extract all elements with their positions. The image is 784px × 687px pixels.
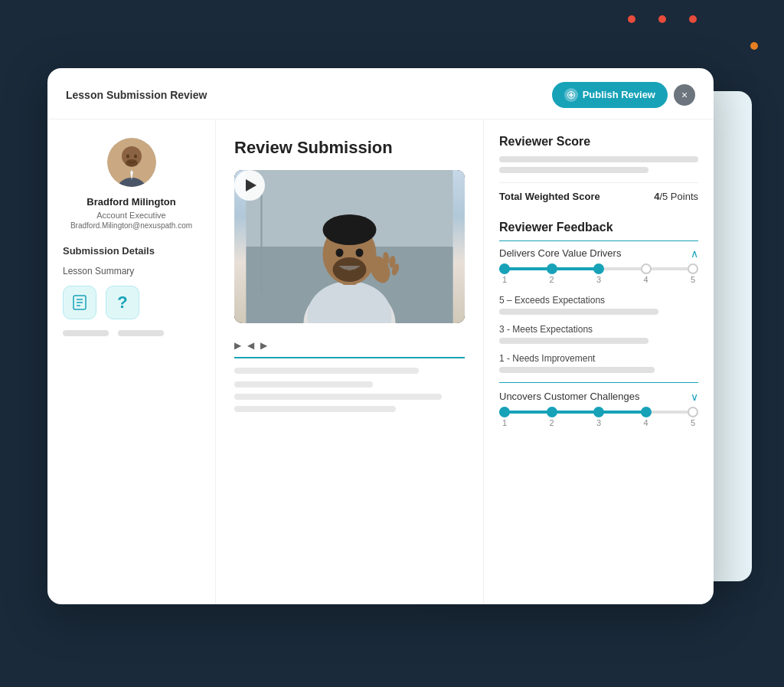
slider2-dot-5: [688, 407, 698, 417]
decorative-dot-3: [689, 15, 697, 23]
score-bars: [499, 156, 698, 173]
publish-button[interactable]: Publish Review: [552, 82, 668, 108]
svg-point-8: [126, 159, 138, 167]
slider2-dot-3: [593, 407, 604, 417]
rewind-control-icon[interactable]: ◀: [247, 340, 254, 351]
slider-label-1: 1: [499, 275, 510, 284]
slider2-label-3: 3: [593, 418, 604, 427]
question-mark: ?: [117, 293, 127, 312]
score-suffix: /5 Points: [659, 191, 698, 202]
avatar-section: Bradford Milington Account Executive Bra…: [63, 138, 200, 230]
slider-1[interactable]: 1 2 3 4 5: [499, 267, 698, 284]
feedback-divider: [499, 382, 698, 383]
chevron-down-icon[interactable]: ∨: [691, 391, 698, 403]
feedback-section-2: Uncovers Customer Challenges ∨: [499, 391, 698, 427]
play-icon: [246, 179, 256, 191]
svg-point-20: [336, 248, 344, 257]
slider-track-1: [499, 267, 698, 270]
needs-label: 1 - Needs Improvement: [499, 353, 698, 364]
content-placeholder-4: [234, 406, 396, 412]
close-icon: ×: [681, 89, 688, 101]
main-card: Lesson Submission Review Publish Review …: [47, 68, 714, 604]
feedback-label-1: Delivers Core Value Drivers: [499, 247, 621, 259]
play-button[interactable]: [234, 170, 265, 201]
slider-dot-5: [688, 263, 698, 274]
reviewer-feedback-title: Reviewer Feedback: [499, 221, 698, 241]
icon-grid: ?: [63, 286, 200, 319]
sidebar: Bradford Milington Account Executive Bra…: [47, 119, 216, 604]
card-title: Lesson Submission Review: [66, 89, 207, 101]
feedback-item-needs: 1 - Needs Improvement: [499, 353, 698, 373]
user-role: Account Executive: [96, 211, 166, 220]
lesson-icon[interactable]: [63, 286, 96, 319]
play-control-icon[interactable]: ▶: [234, 340, 241, 351]
placeholder-group-1: [63, 330, 109, 336]
review-title: Review Submission: [234, 138, 465, 158]
slider2-dot-1: [499, 407, 510, 417]
chevron-up-icon[interactable]: ∧: [691, 247, 698, 260]
slider-dot-2: [547, 263, 557, 274]
placeholder-bar: [118, 330, 164, 336]
content-placeholder-2: [234, 381, 373, 388]
main-container: Lesson Submission Review Publish Review …: [47, 68, 737, 643]
video-player: [234, 170, 465, 323]
card-header: Lesson Submission Review Publish Review …: [47, 68, 714, 119]
slider2-label-1: 1: [499, 418, 510, 427]
video-person-svg: [234, 170, 465, 323]
video-controls: ▶ ◀ ▶: [234, 334, 465, 358]
slider-labels-2: 1 2 3 4 5: [499, 418, 698, 427]
middle-content: Review Submission: [216, 119, 484, 604]
placeholder-bars: [63, 330, 200, 336]
reviewer-score-title: Reviewer Score: [499, 135, 698, 149]
slider2-dot-2: [547, 407, 557, 417]
book-icon: [71, 294, 88, 311]
right-panel: Reviewer Score Total Weighted Score 4/5 …: [484, 119, 714, 604]
slider-label-3: 3: [593, 275, 604, 284]
video-container[interactable]: [234, 170, 465, 323]
total-weighted-label: Total Weighted Score: [499, 191, 600, 202]
slider2-label-2: 2: [547, 418, 557, 427]
content-placeholder-3: [234, 394, 442, 400]
user-email: Bradford.Milington@nexuspath.com: [70, 221, 192, 230]
decorative-dot-5: [750, 42, 758, 50]
slider-2[interactable]: 1 2 3 4 5: [499, 411, 698, 427]
svg-point-22: [333, 257, 367, 282]
svg-point-7: [134, 154, 137, 158]
meets-label: 3 - Meets Expectations: [499, 324, 698, 335]
slider-dots-1: [499, 263, 698, 274]
close-button[interactable]: ×: [674, 84, 695, 106]
publish-icon: [564, 88, 578, 102]
slider2-label-4: 4: [641, 418, 652, 427]
decorative-dot-1: [628, 15, 635, 23]
decorative-dot-2: [658, 15, 666, 23]
exceeds-label: 5 – Exceeds Expectations: [499, 295, 698, 306]
content-placeholder-1: [234, 368, 419, 374]
slider-label-4: 4: [641, 275, 652, 284]
slider2-label-5: 5: [688, 418, 698, 427]
feedback-header-1[interactable]: Delivers Core Value Drivers ∧: [499, 247, 698, 260]
header-controls: Publish Review ×: [552, 82, 695, 108]
svg-point-21: [356, 248, 364, 257]
placeholder-group-2: [118, 330, 164, 336]
submission-details-title: Submission Details: [63, 245, 200, 257]
score-bar-full: [499, 156, 698, 162]
feedback-header-2[interactable]: Uncovers Customer Challenges ∨: [499, 391, 698, 403]
slider-dots-2: [499, 407, 698, 417]
question-icon[interactable]: ?: [106, 286, 139, 319]
avatar: [107, 138, 156, 187]
placeholder-bar: [63, 330, 109, 336]
exceeds-bar: [499, 309, 658, 315]
slider-dot-3: [593, 263, 604, 274]
forward-control-icon[interactable]: ▶: [260, 340, 267, 351]
meets-bar: [499, 338, 648, 344]
slider-dot-1: [499, 263, 510, 274]
total-score-value: 4/5 Points: [654, 191, 698, 202]
total-weighted-section: Total Weighted Score 4/5 Points: [499, 182, 698, 210]
feedback-section-1: Delivers Core Value Drivers ∧: [499, 247, 698, 373]
slider-dot-4: [641, 263, 652, 274]
user-name: Bradford Milington: [87, 196, 175, 208]
slider-track-2: [499, 411, 698, 414]
feedback-item-exceeds: 5 – Exceeds Expectations: [499, 295, 698, 315]
svg-point-19: [323, 214, 377, 245]
feedback-item-meets: 3 - Meets Expectations: [499, 324, 698, 344]
